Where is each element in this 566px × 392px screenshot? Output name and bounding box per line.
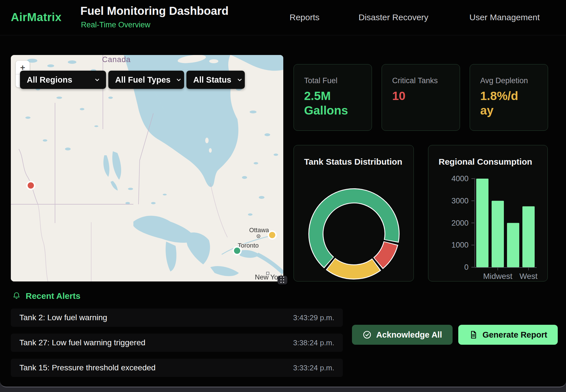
stat-card-total-fuel: Total Fuel 2.5M Gallons <box>294 64 372 131</box>
tank-marker[interactable] <box>233 247 241 255</box>
acknowledge-all-label: Acknowledge All <box>376 330 442 340</box>
tank-marker[interactable] <box>27 182 35 189</box>
stat-label: Total Fuel <box>304 76 364 85</box>
status-filter-value: All Status <box>193 75 231 85</box>
page: AirMatrix Fuel Monitoring Dashboard Real… <box>0 0 566 392</box>
bell-icon <box>12 291 21 301</box>
generate-report-button[interactable]: Generate Report <box>458 325 558 345</box>
header: AirMatrix Fuel Monitoring Dashboard Real… <box>0 0 566 35</box>
regional-bar-chart-svg: 01000200030004000MidwestWest <box>428 168 548 282</box>
chevron-down-icon <box>94 77 100 83</box>
alert-text: Tank 15: Pressure threshold exceeded <box>19 363 156 372</box>
app-logo: AirMatrix <box>11 11 62 24</box>
chevron-down-icon <box>176 77 182 83</box>
svg-text:2000: 2000 <box>451 219 469 227</box>
stat-label: Avg Depletion <box>480 76 540 85</box>
stat-value: 1.8%/day <box>480 89 518 118</box>
nav-disaster-recovery[interactable]: Disaster Recovery <box>359 13 428 22</box>
alert-text: Tank 2: Low fuel warning <box>19 313 107 322</box>
city-label-toronto: Toronto <box>238 242 258 249</box>
dashboard-app: AirMatrix Fuel Monitoring Dashboard Real… <box>0 0 566 387</box>
chevron-down-icon <box>237 77 243 83</box>
bay-island <box>209 148 212 153</box>
acknowledge-all-button[interactable]: Acknowledge All <box>352 325 453 345</box>
page-title: Fuel Monitoring Dashboard <box>80 5 229 17</box>
tank-marker[interactable] <box>268 231 276 239</box>
stat-label: Critical Tanks <box>392 76 452 85</box>
alert-timestamp: 3:38:24 p.m. <box>293 338 334 347</box>
tank-status-donut-svg <box>294 145 414 282</box>
fuel-type-filter-dropdown[interactable]: All Fuel Types <box>108 71 184 89</box>
svg-text:3000: 3000 <box>451 197 469 205</box>
recent-alerts-header: Recent Alerts <box>12 291 80 301</box>
resize-grip-handle[interactable] <box>278 276 287 284</box>
svg-text:1000: 1000 <box>451 241 469 249</box>
alert-timestamp: 3:33:24 p.m. <box>293 364 334 372</box>
map[interactable]: Canada Ottawa Toronto New York + − <box>11 55 283 281</box>
regions-filter-dropdown[interactable]: All Regions <box>20 71 106 89</box>
bay-island <box>205 138 209 143</box>
stat-card-avg-depletion: Avg Depletion 1.8%/day <box>470 64 548 131</box>
regional-consumption-card: Regional Consumption 01000200030004000Mi… <box>428 145 548 281</box>
alert-timestamp: 3:43:29 p.m. <box>293 313 334 322</box>
page-subtitle: Real-Time Overview <box>81 21 150 29</box>
alert-row[interactable]: Tank 15: Pressure threshold exceeded 3:3… <box>11 359 343 377</box>
svg-text:0: 0 <box>464 263 469 271</box>
regions-filter-value: All Regions <box>27 75 72 85</box>
nav-reports[interactable]: Reports <box>290 13 319 22</box>
alert-text: Tank 27: Low fuel warning triggered <box>19 338 145 347</box>
status-filter-dropdown[interactable]: All Status <box>186 71 245 89</box>
map-canvas[interactable]: Canada Ottawa Toronto New York <box>11 55 283 281</box>
fuel-type-filter-value: All Fuel Types <box>115 75 170 85</box>
alert-row[interactable]: Tank 2: Low fuel warning 3:43:29 p.m. <box>11 309 343 327</box>
svg-text:West: West <box>520 272 538 281</box>
map-panel: Canada Ottawa Toronto New York + − <box>11 55 283 281</box>
city-label-ottawa: Ottawa <box>249 226 269 234</box>
alert-row[interactable]: Tank 27: Low fuel warning triggered 3:38… <box>11 334 343 352</box>
map-filters: All Regions All Fuel Types All Status <box>20 71 245 89</box>
recent-alerts-title: Recent Alerts <box>26 291 80 301</box>
tank-status-card: Tank Status Distribution <box>294 145 414 281</box>
circle-check-icon <box>363 330 372 339</box>
svg-text:Midwest: Midwest <box>483 272 512 281</box>
file-text-icon <box>469 330 478 339</box>
stat-value: 10 <box>392 89 452 103</box>
bay-island <box>209 59 218 63</box>
country-label-canada: Canada <box>102 55 131 64</box>
bar-chart-title: Regional Consumption <box>439 157 532 167</box>
stat-card-critical-tanks: Critical Tanks 10 <box>382 64 460 131</box>
svg-text:4000: 4000 <box>451 174 469 183</box>
generate-report-label: Generate Report <box>482 330 547 340</box>
stat-value: 2.5M Gallons <box>304 89 363 118</box>
nav-user-management[interactable]: User Management <box>469 13 540 22</box>
